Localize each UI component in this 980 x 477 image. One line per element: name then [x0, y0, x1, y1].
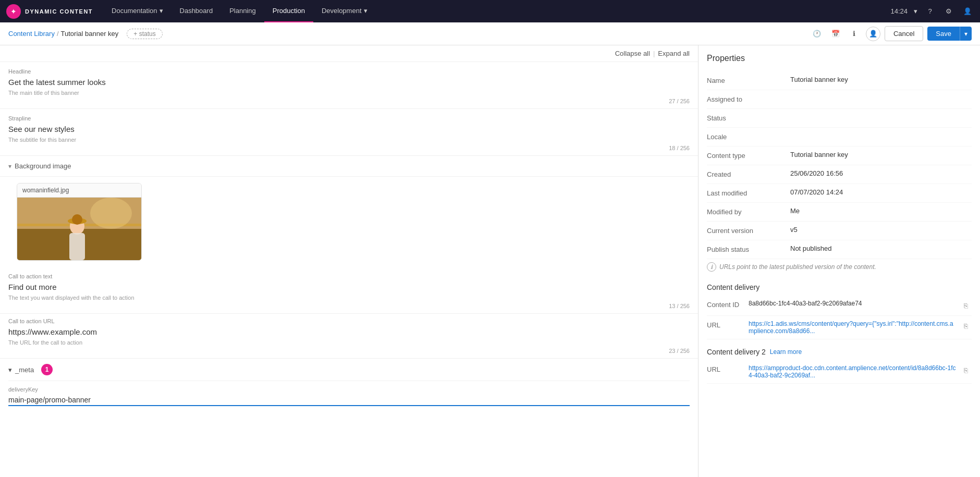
strapline-input[interactable]	[8, 124, 690, 134]
content-id-val: 8a8d66bc-1fc4-40a3-baf2-9c2069afae74	[749, 300, 958, 307]
nav-item-production[interactable]: Production	[264, 0, 313, 22]
prop-publish-status-key: Publish status	[707, 244, 790, 253]
save-dropdown-button[interactable]: ▾	[960, 27, 972, 41]
cta-text-hint: The text you want displayed with the cal…	[8, 295, 690, 301]
delivery-key-input[interactable]	[8, 395, 690, 406]
chevron-down-icon: ▾	[8, 163, 11, 170]
copy-delivery2-url-button[interactable]: ⎘	[960, 364, 972, 376]
top-nav: ✦ DYNAMIC CONTENT Documentation ▾ Dashbo…	[0, 0, 980, 22]
chevron-down-icon: ▾	[160, 7, 163, 15]
settings-icon[interactable]: ⚙	[942, 5, 955, 18]
history-icon[interactable]: 🕐	[810, 27, 824, 41]
prop-locale: Locale	[707, 128, 972, 146]
prop-last-modified-key: Last modified	[707, 188, 790, 197]
nav-item-planning[interactable]: Planning	[221, 0, 264, 22]
meta-content: deliveryKey	[8, 386, 690, 412]
nav-item-development[interactable]: Development ▾	[313, 0, 376, 22]
meta-badge: 1	[41, 364, 53, 375]
content-delivery2-title: Content delivery 2 Learn more	[707, 348, 972, 356]
background-image-header[interactable]: ▾ Background image	[0, 156, 698, 177]
nav-time: 14:24	[890, 7, 908, 15]
svg-rect-5	[69, 233, 85, 260]
brand-logo: ✦	[6, 4, 21, 19]
status-badge[interactable]: + status	[127, 29, 162, 39]
image-card: womaninfield.jpg	[17, 183, 142, 261]
copy-content-id-button[interactable]: ⎘	[960, 300, 972, 311]
info-icon[interactable]: ℹ	[847, 27, 862, 41]
user-avatar[interactable]: 👤	[866, 27, 880, 41]
breadcrumb: Content Library / Tutorial banner key	[8, 30, 118, 38]
delivery2-url-val[interactable]: https://ampproduct-doc.cdn.content.ampli…	[749, 364, 958, 379]
prop-name-key: Name	[707, 76, 790, 84]
prop-publish-status-val: Not published	[790, 244, 972, 252]
prop-publish-status: Publish status Not published	[707, 240, 972, 259]
cta-url-section: Call to action URL The URL for the call …	[0, 318, 698, 359]
prop-modified-by-key: Modified by	[707, 207, 790, 216]
info-note: ℹ URLs point to the latest published ver…	[707, 259, 972, 275]
breadcrumb-separator: /	[57, 30, 59, 38]
nav-time-arrow[interactable]: ▾	[914, 7, 917, 15]
image-filename: womaninfield.jpg	[17, 184, 141, 198]
headline-counter: 27 / 256	[8, 98, 690, 108]
prop-last-modified: Last modified 07/07/2020 14:24	[707, 184, 972, 203]
properties-title: Properties	[707, 54, 972, 63]
cancel-button[interactable]: Cancel	[885, 26, 923, 41]
second-bar: Content Library / Tutorial banner key + …	[0, 22, 980, 45]
svg-point-7	[72, 214, 82, 225]
delivery-url-val[interactable]: https://c1.adis.ws/cms/content/query?que…	[749, 320, 958, 335]
collapse-all-link[interactable]: Collapse all	[615, 50, 650, 57]
delivery2-url-row: URL https://ampproduct-doc.cdn.content.a…	[707, 360, 972, 384]
strapline-hint: The subtitle for this banner	[8, 137, 690, 143]
help-icon[interactable]: ?	[924, 5, 936, 18]
left-panel: Collapse all | Expand all Headline The m…	[0, 45, 699, 477]
headline-input[interactable]	[8, 77, 690, 88]
nav-item-documentation[interactable]: Documentation ▾	[103, 0, 171, 22]
save-button[interactable]: Save	[927, 27, 960, 41]
brand-icon: ✦	[10, 7, 17, 16]
avatar-icon: 👤	[869, 30, 877, 38]
prop-created-val: 25/06/2020 16:56	[790, 169, 972, 177]
headline-label: Headline	[8, 68, 690, 75]
svg-point-3	[90, 198, 132, 229]
cta-url-counter: 23 / 256	[8, 348, 690, 358]
delivery-key-label: deliveryKey	[8, 386, 690, 393]
headline-section: Headline The main title of this banner 2…	[0, 62, 698, 109]
cta-url-input[interactable]	[8, 326, 690, 337]
delivery2-url-key: URL	[707, 364, 749, 373]
main-layout: Collapse all | Expand all Headline The m…	[0, 45, 980, 477]
image-preview[interactable]	[17, 198, 141, 260]
nav-items: Documentation ▾ Dashboard Planning Produ…	[103, 0, 890, 22]
meta-header[interactable]: ▾ _meta 1	[8, 359, 690, 381]
breadcrumb-parent[interactable]: Content Library	[8, 30, 55, 38]
prop-modified-by: Modified by Me	[707, 203, 972, 222]
brand: ✦ DYNAMIC CONTENT	[6, 4, 93, 19]
nav-item-dashboard[interactable]: Dashboard	[172, 0, 222, 22]
panel-controls: Collapse all | Expand all	[0, 45, 698, 62]
right-panel: Properties Name Tutorial banner key Assi…	[699, 45, 980, 477]
prop-content-type-val: Tutorial banner key	[790, 151, 972, 158]
brand-name: DYNAMIC CONTENT	[25, 8, 93, 15]
prop-name: Name Tutorial banner key	[707, 71, 972, 90]
image-svg	[17, 198, 141, 260]
expand-all-link[interactable]: Expand all	[658, 50, 690, 57]
strapline-section: Strapline The subtitle for this banner 1…	[0, 109, 698, 156]
calendar-icon[interactable]: 📅	[828, 27, 843, 41]
cta-text-input[interactable]	[8, 282, 690, 292]
delivery-url-row: URL https://c1.adis.ws/cms/content/query…	[707, 316, 972, 339]
prop-content-type: Content type Tutorial banner key	[707, 146, 972, 165]
chevron-down-icon: ▾	[364, 7, 368, 15]
prop-created-key: Created	[707, 169, 790, 178]
copy-delivery-url-button[interactable]: ⎘	[960, 320, 972, 332]
info-note-text: URLs point to the latest published versi…	[719, 263, 876, 271]
prop-assigned-to-key: Assigned to	[707, 94, 790, 103]
cta-text-section: Call to action text The text you want di…	[0, 273, 698, 314]
prop-content-type-key: Content type	[707, 151, 790, 160]
second-bar-right: 🕐 📅 ℹ 👤 Cancel Save ▾	[810, 26, 972, 41]
background-image-label: Background image	[15, 162, 71, 170]
save-button-group: Save ▾	[927, 27, 972, 41]
content-id-key: Content ID	[707, 300, 749, 309]
learn-more-link[interactable]: Learn more	[770, 348, 802, 356]
chevron-down-icon: ▾	[8, 366, 12, 374]
nav-right: 14:24 ▾ ? ⚙ 👤	[890, 5, 974, 18]
user-account-icon[interactable]: 👤	[961, 5, 974, 18]
